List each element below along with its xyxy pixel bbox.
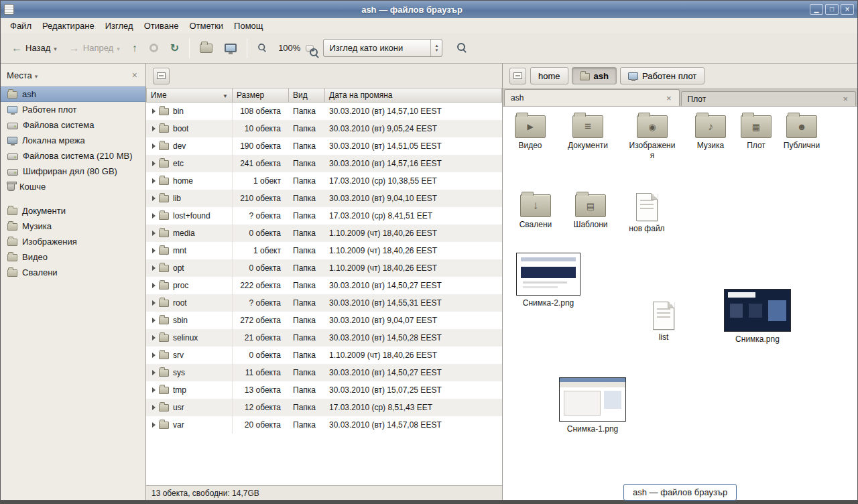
tree-row[interactable]: boot 10 обекта Папка 30.03.2010 (вт) 9,0… [146, 120, 502, 137]
sidebar-item[interactable]: Файлова система (210 MB) [1, 148, 145, 164]
breadcrumb-button[interactable]: home [530, 67, 568, 84]
sort-arrow-icon[interactable] [223, 90, 228, 100]
tree-row[interactable]: dev 190 обекта Папка 30.03.2010 (вт) 14,… [146, 137, 502, 155]
sidebar-item[interactable]: Работен плот [1, 102, 145, 117]
tree-row[interactable]: sbin 272 обекта Папка 30.03.2010 (вт) 9,… [146, 312, 502, 329]
expander-icon[interactable] [152, 265, 156, 271]
expander-icon[interactable] [152, 387, 156, 393]
computer-button[interactable] [219, 40, 242, 56]
tree-row[interactable]: selinux 21 обекта Папка 30.03.2010 (вт) … [146, 329, 502, 346]
tree-row[interactable]: lost+found ? обекта Папка 17.03.2010 (ср… [146, 207, 502, 225]
expander-icon[interactable] [152, 126, 156, 131]
sidebar-item[interactable]: Файлова система [1, 117, 145, 133]
tree-row[interactable]: var 20 обекта Папка 30.03.2010 (вт) 14,5… [146, 416, 502, 434]
sidebar-item[interactable]: Музика [1, 218, 145, 234]
sidebar-item[interactable]: Свалени [1, 265, 145, 280]
column-header-size[interactable]: Размер [233, 88, 289, 103]
tab-close-icon[interactable] [665, 94, 673, 103]
column-header-name[interactable]: Име [146, 88, 233, 103]
file-icon-item[interactable]: Плот [736, 112, 776, 151]
tree-row[interactable]: bin 108 обекта Папка 30.03.2010 (вт) 14,… [146, 103, 502, 120]
location-bar-toggle-button[interactable] [153, 68, 170, 84]
search-button[interactable] [453, 39, 471, 57]
file-icon-item[interactable]: list [642, 300, 685, 342]
file-icon-item[interactable]: Снимка-2.png [513, 253, 583, 308]
sidebar-item[interactable]: ash [1, 86, 145, 102]
view-mode-select[interactable]: Изглед като икони ▲▼ [323, 39, 442, 57]
expander-icon[interactable] [152, 370, 156, 375]
tab[interactable]: ash [504, 89, 680, 106]
expander-icon[interactable] [152, 178, 156, 184]
forward-button[interactable]: Напред [64, 39, 125, 58]
tab[interactable]: Плот [681, 91, 857, 106]
expander-icon[interactable] [152, 213, 156, 218]
breadcrumb-button[interactable]: Работен плот [620, 67, 704, 84]
breadcrumb-button[interactable]: ash [572, 67, 617, 84]
menu-item[interactable]: Файл [5, 19, 37, 32]
expander-icon[interactable] [152, 248, 156, 253]
icon-view[interactable]: Видео Документи Изоб [503, 106, 857, 500]
column-header-type[interactable]: Вид [289, 88, 325, 103]
file-icon-item[interactable]: Изображения [629, 112, 676, 161]
tree-row[interactable]: home 1 обект Папка 17.03.2010 (ср) 10,38… [146, 172, 502, 190]
expander-icon[interactable] [152, 283, 156, 288]
chevron-down-icon[interactable] [54, 43, 57, 53]
sidebar-close-icon[interactable] [130, 70, 139, 80]
maximize-icon[interactable] [825, 4, 839, 15]
sidebar-item[interactable]: Шифриран дял (80 GB) [1, 164, 145, 179]
tree-row[interactable]: mnt 1 обект Папка 1.10.2009 (чт) 18,40,2… [146, 242, 502, 259]
sidebar-item[interactable]: Локална мрежа [1, 133, 145, 148]
expander-icon[interactable] [152, 161, 156, 166]
expander-icon[interactable] [152, 405, 156, 410]
sidebar-item[interactable]: Видео [1, 249, 145, 265]
file-icon-item[interactable]: нов файл [623, 191, 670, 234]
tree-row[interactable]: opt 0 обекта Папка 1.10.2009 (чт) 18,40,… [146, 259, 502, 277]
spinner-arrows-icon[interactable]: ▲▼ [430, 40, 442, 56]
tree-row[interactable]: root ? обекта Папка 30.03.2010 (вт) 14,5… [146, 294, 502, 312]
file-icon-item[interactable]: Музика [689, 112, 732, 151]
menu-item[interactable]: Изглед [100, 19, 139, 32]
back-button[interactable]: Назад [6, 39, 62, 58]
menu-item[interactable]: Отметки [184, 19, 229, 32]
expander-icon[interactable] [152, 318, 156, 323]
sidebar-item[interactable]: Документи [1, 203, 145, 218]
expander-icon[interactable] [152, 109, 156, 114]
menu-item[interactable]: Редактиране [37, 19, 100, 32]
reload-button[interactable] [165, 39, 184, 58]
tree-row[interactable]: srv 0 обекта Папка 1.10.2009 (чт) 18,40,… [146, 346, 502, 364]
menu-item[interactable]: Отиване [139, 19, 184, 32]
places-title[interactable]: Места [7, 70, 32, 80]
chevron-down-icon[interactable] [35, 70, 38, 80]
tree-row[interactable]: sys 11 обекта Папка 30.03.2010 (вт) 14,5… [146, 364, 502, 381]
file-icon-item[interactable]: Публични [779, 112, 824, 151]
tree-row[interactable]: lib 210 обекта Папка 30.03.2010 (вт) 9,0… [146, 190, 502, 207]
tree-row[interactable]: tmp 13 обекта Папка 30.03.2010 (вт) 15,0… [146, 381, 502, 399]
titlebar[interactable]: ash — файлов браузър [1, 1, 857, 18]
zoom-out-button[interactable] [252, 39, 273, 57]
expander-icon[interactable] [152, 422, 156, 428]
location-bar-toggle-button[interactable] [509, 68, 526, 84]
up-button[interactable] [127, 39, 143, 58]
sidebar-item[interactable]: Изображения [1, 234, 145, 249]
column-header-date[interactable]: Дата на промяна [325, 88, 502, 103]
menu-item[interactable]: Помощ [229, 19, 268, 32]
file-icon-item[interactable]: Документи [562, 112, 614, 151]
file-icon-item[interactable]: Снимка-1.png [555, 377, 630, 434]
file-icon-item[interactable]: Снимка.png [720, 289, 795, 344]
file-icon-item[interactable]: Шаблони [567, 191, 614, 230]
home-button[interactable] [194, 40, 218, 57]
stop-button[interactable] [144, 40, 164, 56]
zoom-in-button[interactable]: + [306, 45, 314, 52]
expander-icon[interactable] [152, 196, 156, 201]
close-icon[interactable] [841, 4, 854, 15]
tree-row[interactable]: etc 241 обекта Папка 30.03.2010 (вт) 14,… [146, 155, 502, 172]
tree-row[interactable]: proc 222 обекта Папка 30.03.2010 (вт) 14… [146, 277, 502, 294]
tree-row[interactable]: media 0 обекта Папка 1.10.2009 (чт) 18,4… [146, 225, 502, 242]
expander-icon[interactable] [152, 231, 156, 236]
expander-icon[interactable] [152, 353, 156, 358]
expander-icon[interactable] [152, 300, 156, 306]
expander-icon[interactable] [152, 143, 156, 149]
tree-row[interactable]: usr 12 обекта Папка 17.03.2010 (ср) 8,51… [146, 399, 502, 416]
minimize-icon[interactable] [810, 4, 823, 15]
file-icon-item[interactable]: Видео [507, 112, 554, 151]
